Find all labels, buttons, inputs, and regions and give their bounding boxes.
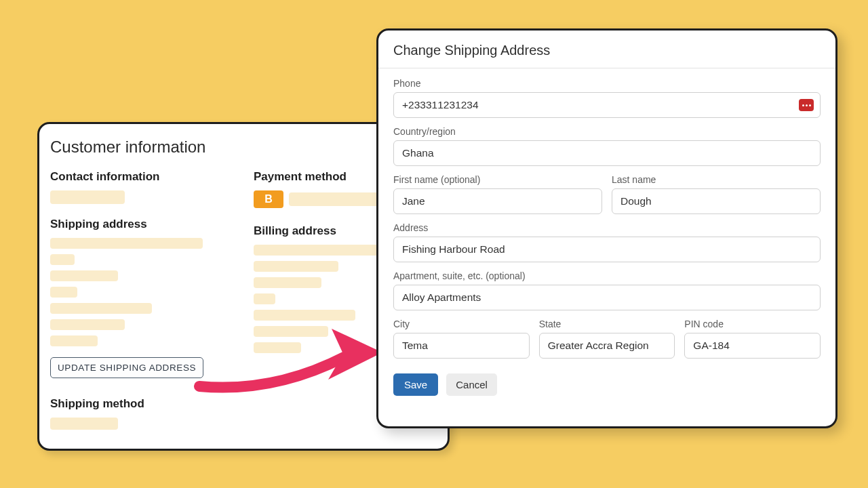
- city-label: City: [393, 319, 530, 329]
- contact-info-heading: Contact information: [50, 170, 233, 184]
- apartment-label: Apartment, suite, etc. (optional): [393, 270, 821, 281]
- skeleton-line: [254, 342, 301, 353]
- skeleton-line: [254, 261, 338, 272]
- change-shipping-address-dialog: Change Shipping Address Phone Country/re…: [376, 28, 837, 428]
- skeleton-line: [50, 238, 203, 249]
- skeleton-line: [50, 190, 125, 204]
- skeleton-line: [254, 326, 328, 337]
- dialog-title: Change Shipping Address: [393, 43, 821, 58]
- state-input[interactable]: [539, 333, 675, 359]
- skeleton-line: [254, 277, 321, 288]
- skeleton-line: [50, 270, 118, 281]
- skeleton-line: [50, 254, 75, 265]
- skeleton-line: [254, 310, 355, 321]
- shipping-address-heading: Shipping address: [50, 218, 233, 231]
- state-label: State: [539, 319, 675, 329]
- country-label: Country/region: [393, 126, 821, 137]
- last-name-input[interactable]: [612, 188, 821, 214]
- skeleton-line: [254, 245, 389, 256]
- password-manager-icon[interactable]: [799, 99, 814, 111]
- first-name-label: First name (optional): [393, 174, 602, 185]
- phone-input[interactable]: [393, 92, 821, 118]
- apartment-input[interactable]: [393, 285, 821, 310]
- skeleton-line: [50, 287, 77, 298]
- skeleton-line: [254, 293, 275, 304]
- last-name-label: Last name: [612, 174, 821, 185]
- pin-input[interactable]: [684, 333, 821, 359]
- skeleton-line: [50, 418, 118, 430]
- address-input[interactable]: [393, 237, 821, 262]
- cancel-button[interactable]: Cancel: [446, 373, 497, 396]
- update-shipping-address-button[interactable]: UPDATE SHIPPING ADDRESS: [50, 357, 203, 378]
- save-button[interactable]: Save: [393, 373, 438, 396]
- shipping-method-heading: Shipping method: [50, 397, 233, 411]
- country-input[interactable]: [393, 140, 821, 166]
- skeleton-line: [50, 319, 125, 330]
- city-input[interactable]: [393, 333, 530, 359]
- skeleton-line: [50, 303, 152, 314]
- pin-label: PIN code: [684, 319, 821, 329]
- skeleton-line: [50, 336, 98, 346]
- phone-label: Phone: [393, 78, 821, 89]
- first-name-input[interactable]: [393, 188, 602, 214]
- payment-card-badge: B: [254, 190, 283, 208]
- address-label: Address: [393, 222, 821, 233]
